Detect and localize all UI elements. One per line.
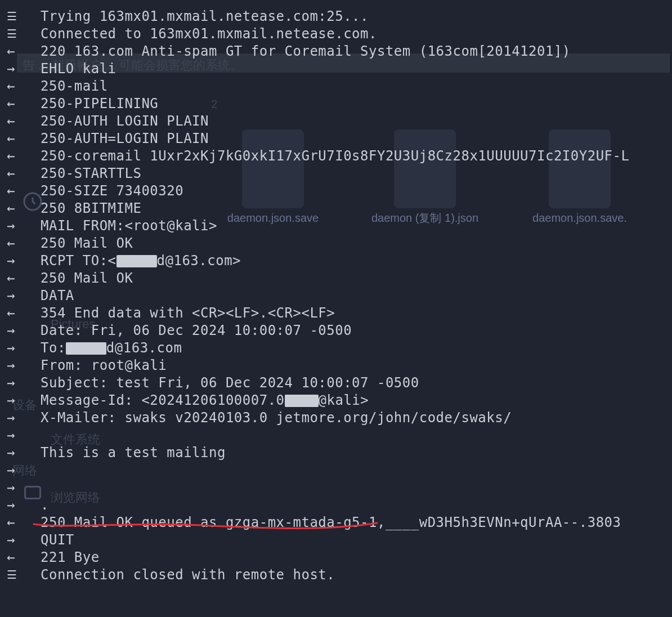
line-text-tail: d@163.com> — [157, 252, 241, 270]
line-prefix-icon: → — [7, 392, 41, 409]
line-prefix-icon: ☰ — [7, 566, 41, 584]
terminal-line: →MAIL FROM:<root@kali> — [7, 217, 629, 235]
line-prefix-icon: → — [7, 60, 41, 78]
redacted-segment — [66, 342, 106, 355]
terminal-output[interactable]: ☰Trying 163mx01.mxmail.netease.com:25...… — [7, 8, 629, 584]
terminal-line: →This is a test mailing — [7, 444, 629, 462]
line-prefix-icon: ← — [7, 147, 41, 165]
line-text: QUIT — [41, 531, 74, 549]
terminal-line: ☰Trying 163mx01.mxmail.netease.com:25... — [7, 8, 629, 25]
line-text: Connected to 163mx01.mxmail.netease.com. — [41, 25, 377, 43]
line-text: MAIL FROM:<root@kali> — [41, 217, 217, 235]
line-prefix-icon: ☰ — [7, 25, 41, 43]
line-text: From: root@kali — [41, 357, 167, 374]
line-prefix-icon: → — [7, 479, 41, 497]
line-text: Message-Id: <20241206100007.0 — [41, 392, 285, 409]
terminal-line: ☰Connection closed with remote host. — [7, 566, 629, 584]
terminal-line: ← 250-coremail 1Uxr2xKj7kG0xkI17xGrU7I0s… — [7, 147, 629, 165]
line-prefix-icon: → — [7, 217, 41, 235]
line-prefix-icon: → — [7, 444, 41, 462]
terminal-line: →EHLO kali — [7, 60, 629, 78]
line-text: RCPT TO:< — [41, 252, 117, 270]
line-prefix-icon: ☰ — [7, 8, 41, 25]
terminal-line: ← 354 End data with <CR><LF>.<CR><LF> — [7, 305, 629, 322]
line-prefix-icon: ← — [7, 43, 41, 60]
line-text: 250-AUTH LOGIN PLAIN — [41, 113, 209, 130]
terminal-line: ← 250-STARTTLS — [7, 165, 629, 182]
line-text: This is a test mailing — [41, 444, 226, 462]
line-text: X-Mailer: swaks v20240103.0 jetmore.org/… — [41, 409, 512, 427]
line-prefix-icon: → — [7, 252, 41, 270]
line-prefix-icon: → — [7, 531, 41, 549]
redacted-segment — [285, 395, 319, 407]
terminal-line: ← 250 Mail OK queued as gzga-mx-mtada-g5… — [7, 514, 629, 531]
line-prefix-icon: → — [7, 357, 41, 374]
line-prefix-icon: → — [7, 427, 41, 444]
line-text: Trying 163mx01.mxmail.netease.com:25... — [41, 8, 369, 25]
line-prefix-icon: ← — [7, 200, 41, 217]
line-prefix-icon: ← — [7, 113, 41, 130]
line-text: 250-coremail 1Uxr2xKj7kG0xkI17xGrU7I0s8F… — [41, 147, 629, 165]
terminal-line: →X-Mailer: swaks v20240103.0 jetmore.org… — [7, 409, 629, 427]
terminal-line: →From: root@kali — [7, 357, 629, 374]
line-prefix-icon: → — [7, 287, 41, 305]
terminal-line: → — [7, 462, 629, 479]
line-prefix-icon: → — [7, 462, 41, 479]
line-text: 250-SIZE 73400320 — [41, 182, 183, 200]
terminal-line: →. — [7, 497, 629, 514]
line-prefix-icon: → — [7, 339, 41, 357]
line-prefix-icon: ← — [7, 78, 41, 95]
line-prefix-icon: ← — [7, 514, 41, 531]
terminal-line: → — [7, 427, 629, 444]
line-prefix-icon: ← — [7, 165, 41, 182]
terminal-line: →Subject: test Fri, 06 Dec 2024 10:00:07… — [7, 374, 629, 392]
line-text: DATA — [41, 287, 74, 305]
line-prefix-icon: → — [7, 409, 41, 427]
line-text: 354 End data with <CR><LF>.<CR><LF> — [41, 305, 335, 322]
terminal-line: →Date: Fri, 06 Dec 2024 10:00:07 -0500 — [7, 322, 629, 339]
terminal-line: →RCPT TO:< d@163.com> — [7, 252, 629, 270]
redacted-segment — [117, 255, 157, 267]
line-prefix-icon: ← — [7, 235, 41, 252]
terminal-line: →Message-Id: <20241206100007.0 @kali> — [7, 392, 629, 409]
line-prefix-icon: ← — [7, 95, 41, 113]
terminal-line: ← 250-SIZE 73400320 — [7, 182, 629, 200]
line-text: Connection closed with remote host. — [41, 566, 335, 584]
line-prefix-icon: ← — [7, 182, 41, 200]
line-text: 250 8BITMIME — [41, 200, 141, 217]
line-text: 250-AUTH=LOGIN PLAIN — [41, 130, 209, 147]
line-text-tail: @kali> — [319, 392, 369, 409]
line-text: 250-PIPELINING — [41, 95, 158, 113]
terminal-line: ← 221 Bye — [7, 549, 629, 566]
terminal-line: ← 250-AUTH LOGIN PLAIN — [7, 113, 629, 130]
terminal-line: ← 250 Mail OK — [7, 235, 629, 252]
terminal-line: ← 250 Mail OK — [7, 270, 629, 287]
terminal-line: ← 220 163.com Anti-spam GT for Coremail … — [7, 43, 629, 60]
line-text: 250 Mail OK queued as gzga-mx-mtada-g5-1… — [41, 514, 621, 531]
line-prefix-icon: ← — [7, 549, 41, 566]
line-text: 250-STARTTLS — [41, 165, 141, 182]
line-text: 221 Bye — [41, 549, 100, 566]
line-prefix-icon: → — [7, 322, 41, 339]
terminal-line: ☰Connected to 163mx01.mxmail.netease.com… — [7, 25, 629, 43]
line-text-tail: d@163.com — [106, 339, 182, 357]
line-prefix-icon: ← — [7, 270, 41, 287]
line-text: Date: Fri, 06 Dec 2024 10:00:07 -0500 — [41, 322, 352, 339]
line-prefix-icon: ← — [7, 130, 41, 147]
line-text: 250 Mail OK — [41, 235, 133, 252]
line-prefix-icon: → — [7, 497, 41, 514]
terminal-line: → — [7, 479, 629, 497]
line-text: 250-mail — [41, 78, 108, 95]
terminal-line: ← 250-mail — [7, 78, 629, 95]
terminal-line: →DATA — [7, 287, 629, 305]
line-text: 220 163.com Anti-spam GT for Coremail Sy… — [41, 43, 571, 60]
terminal-line: →QUIT — [7, 531, 629, 549]
line-text: To: — [41, 339, 66, 357]
terminal-line: ← 250-AUTH=LOGIN PLAIN — [7, 130, 629, 147]
line-text: EHLO kali — [41, 60, 117, 78]
line-prefix-icon: → — [7, 374, 41, 392]
terminal-line: ← 250 8BITMIME — [7, 200, 629, 217]
terminal-line: →To: d@163.com — [7, 339, 629, 357]
line-text: 250 Mail OK — [41, 270, 133, 287]
line-prefix-icon: ← — [7, 305, 41, 322]
